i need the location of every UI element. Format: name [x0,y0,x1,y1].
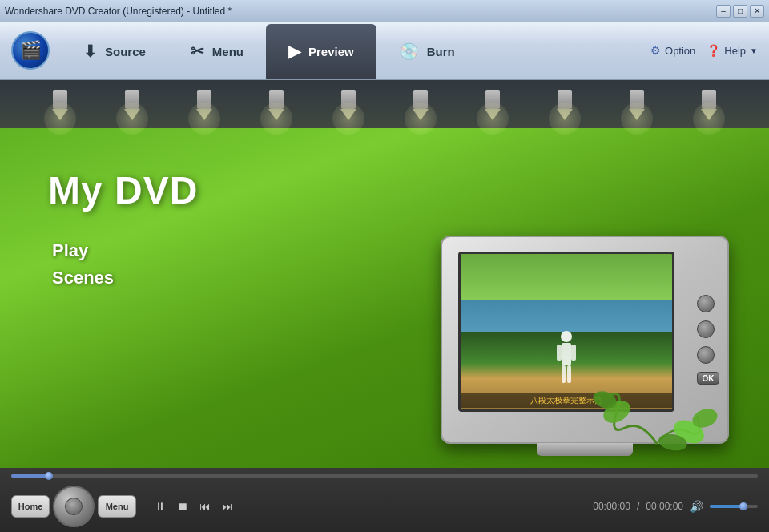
tab-burn[interactable]: 💿 Burn [376,24,477,79]
burn-icon: 💿 [399,42,419,61]
help-dropdown-icon: ▼ [750,46,758,55]
tv-frame: 八段太极拳完整示范 OK [441,236,729,444]
titlebar: Wondershare DVD Creator (Unregistered) -… [0,0,769,22]
tv-screen-image: 八段太极拳完整示范 [461,254,672,409]
prev-button[interactable]: ⏮ [197,498,213,514]
controls-row: Home Menu ⏸ ⏹ ⏮ ⏭ 00:00:00 / 00:00:00 🔊 [11,486,758,527]
stop-button[interactable]: ⏹ [175,498,191,514]
option-label: Option [665,45,695,57]
restore-button[interactable]: □ [733,5,747,18]
tv-button-1[interactable] [697,295,715,312]
source-icon: ⬇ [83,42,97,61]
tab-source[interactable]: ⬇ Source [61,24,168,79]
svg-rect-2 [557,345,562,361]
close-button[interactable]: ✕ [750,5,764,18]
stage-light [558,90,572,119]
progress-row [11,474,758,478]
play-pause-button[interactable]: ⏸ [152,498,168,514]
volume-track[interactable] [710,505,758,508]
help-label: Help [724,45,746,57]
svg-point-0 [561,331,572,342]
help-icon: ❓ [707,44,720,57]
svg-rect-1 [562,343,571,365]
tv-button-2[interactable] [697,320,715,338]
playback-controls: ⏸ ⏹ ⏮ ⏭ [152,498,236,514]
stage-lights [0,80,769,128]
stage-light [702,90,716,119]
progress-track[interactable] [11,474,758,478]
dvd-menu-items: Play Scenes [52,240,114,288]
stage-light [125,90,139,119]
minimize-button[interactable]: – [716,5,731,18]
stage-light [341,90,356,119]
time-total: 00:00:00 [646,501,683,512]
home-button[interactable]: Home [11,495,50,518]
stage-light [197,90,211,119]
volume-thumb [739,502,747,510]
svg-rect-3 [571,345,576,361]
help-button[interactable]: ❓ Help ▼ [707,44,758,57]
toolbar-right: ⚙ Option ❓ Help ▼ [650,44,769,57]
gear-icon: ⚙ [650,44,661,57]
tv-button-3[interactable] [697,346,715,364]
time-separator: / [637,501,639,512]
window-controls: – □ ✕ [716,5,764,18]
dvd-menu-scenes[interactable]: Scenes [52,268,114,288]
main-content: My DVD Play Scenes [0,80,769,532]
next-button[interactable]: ⏭ [219,498,236,514]
menu-icon: ✂ [191,42,204,61]
menu-button[interactable]: Menu [98,495,136,518]
preview-icon: ▶ [288,42,300,61]
dvd-title: My DVD [48,168,198,212]
stage-light [269,90,284,119]
nav-inner [65,498,83,515]
tab-source-label: Source [105,45,146,58]
tab-burn-label: Burn [427,45,455,58]
tv-ok-button[interactable]: OK [697,372,719,385]
option-button[interactable]: ⚙ Option [650,44,695,57]
tv-base [537,443,633,456]
time-current: 00:00:00 [593,501,630,512]
tv-screen: 八段太极拳完整示范 [458,252,674,412]
stage-light [630,90,644,119]
toolbar: 🎬 ⬇ Source ✂ Menu ▶ Preview 💿 Burn ⚙ Opt… [0,22,769,80]
window-title: Wondershare DVD Creator (Unregistered) -… [5,6,232,17]
toolbar-tabs: ⬇ Source ✂ Menu ▶ Preview 💿 Burn [61,22,650,79]
tv-device: 八段太极拳完整示范 OK [441,236,729,444]
time-display: 00:00:00 / 00:00:00 🔊 [593,500,758,513]
control-bar: Home Menu ⏸ ⏹ ⏮ ⏭ 00:00:00 / 00:00:00 🔊 [0,468,769,532]
progress-fill [11,474,49,478]
tab-menu-label: Menu [212,45,244,58]
svg-rect-5 [567,365,571,383]
svg-rect-4 [562,365,566,383]
logo-circle: 🎬 [11,31,50,70]
nav-circle[interactable] [53,486,95,527]
preview-area: My DVD Play Scenes [0,80,769,468]
stage-light [413,90,428,119]
app-logo: 🎬 [6,26,54,75]
volume-fill [710,505,743,508]
tab-preview[interactable]: ▶ Preview [266,24,376,79]
tab-menu[interactable]: ✂ Menu [168,24,266,79]
dvd-menu-play[interactable]: Play [52,240,114,261]
progress-thumb [45,472,53,480]
stage-light [53,90,67,119]
stage-light [485,90,500,119]
volume-icon[interactable]: 🔊 [690,500,703,513]
figure-svg [554,330,578,386]
tab-preview-label: Preview [308,45,354,58]
tv-caption: 八段太极拳完整示范 [461,393,672,408]
tv-controls[interactable]: OK [697,295,719,385]
